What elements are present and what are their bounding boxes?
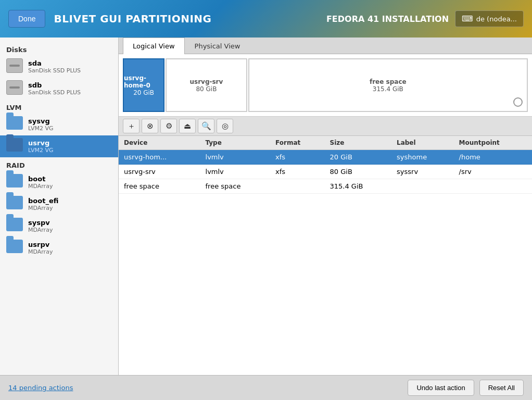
cell-type: lvmlv bbox=[200, 165, 271, 179]
cell-size: 20 GiB bbox=[325, 150, 392, 165]
cell-label bbox=[391, 179, 454, 194]
boot-efi-text: boot_efi MDArray bbox=[28, 197, 58, 211]
folder-icon-boot bbox=[6, 174, 23, 191]
sdb-sub: SanDisk SSD PLUS bbox=[28, 89, 81, 96]
partition-srv-size: 80 GiB bbox=[196, 85, 217, 93]
syspv-sub: MDArray bbox=[28, 227, 53, 233]
sidebar-item-syspv[interactable]: syspv MDArray bbox=[0, 215, 118, 237]
boot-sub: MDArray bbox=[28, 183, 53, 190]
edit-button[interactable]: ⚙ bbox=[160, 119, 177, 133]
sidebar-item-boot-efi[interactable]: boot_efi MDArray bbox=[0, 193, 118, 215]
sidebar-item-usrvg[interactable]: usrvg LVM2 VG bbox=[0, 135, 118, 157]
table-row[interactable]: usrvg-hom... lvmlv xfs 20 GiB syshome /h… bbox=[119, 150, 532, 165]
col-label: Label bbox=[391, 136, 454, 150]
tab-bar: Logical View Physical View bbox=[119, 38, 532, 54]
partition-block-srv[interactable]: usrvg-srv 80 GiB bbox=[166, 58, 247, 112]
lvm-section-label: LVM bbox=[0, 99, 118, 114]
partition-table: Device Type Format Size Label Mountpoint… bbox=[119, 136, 532, 375]
boot-efi-name: boot_efi bbox=[28, 197, 58, 205]
pending-actions-link[interactable]: 14 pending actions bbox=[8, 384, 73, 392]
done-button[interactable]: Done bbox=[8, 10, 45, 28]
sda-name: sda bbox=[28, 59, 81, 67]
header-left: Done BLIVET GUI PARTITIONING bbox=[8, 10, 212, 28]
devices-table: Device Type Format Size Label Mountpoint… bbox=[119, 136, 532, 194]
keyboard-label: de (nodea... bbox=[476, 15, 517, 23]
disk-icon-sda bbox=[6, 58, 23, 75]
header: Done BLIVET GUI PARTITIONING FEDORA 41 I… bbox=[0, 0, 532, 38]
partition-home-name: usrvg-home-0 bbox=[124, 74, 163, 89]
cell-mountpoint: /srv bbox=[454, 165, 532, 179]
bottom-buttons: Undo last action Reset All bbox=[408, 380, 524, 396]
folder-icon-boot-efi bbox=[6, 196, 23, 213]
tab-physical[interactable]: Physical View bbox=[185, 38, 250, 54]
col-size: Size bbox=[325, 136, 392, 150]
col-device: Device bbox=[119, 136, 200, 150]
unmount-button[interactable]: ⏏ bbox=[179, 119, 196, 133]
sidebar-item-usrpv[interactable]: usrpv MDArray bbox=[0, 237, 118, 259]
undo-button[interactable]: Undo last action bbox=[408, 380, 474, 396]
table-row[interactable]: free space free space 315.4 GiB bbox=[119, 179, 532, 194]
cell-device: usrvg-srv bbox=[119, 165, 200, 179]
sysvg-name: sysvg bbox=[28, 117, 53, 125]
partition-visual: usrvg-home-0 20 GiB usrvg-srv 80 GiB fre… bbox=[119, 54, 532, 117]
partition-home-size: 20 GiB bbox=[133, 89, 154, 96]
sdb-text: sdb SanDisk SSD PLUS bbox=[28, 81, 81, 96]
boot-name: boot bbox=[28, 175, 53, 183]
cell-device: usrvg-hom... bbox=[119, 150, 200, 165]
col-type: Type bbox=[200, 136, 271, 150]
boot-efi-sub: MDArray bbox=[28, 205, 58, 211]
installation-title: FEDORA 41 INSTALLATION bbox=[326, 14, 449, 24]
usrvg-text: usrvg LVM2 VG bbox=[28, 139, 53, 154]
col-mountpoint: Mountpoint bbox=[454, 136, 532, 150]
sdb-name: sdb bbox=[28, 81, 81, 89]
cell-format: xfs bbox=[270, 150, 324, 165]
sysvg-text: sysvg LVM2 VG bbox=[28, 117, 53, 132]
partition-block-free[interactable]: free space 315.4 GiB bbox=[248, 58, 528, 112]
partition-srv-name: usrvg-srv bbox=[189, 78, 223, 85]
cell-label: syshome bbox=[391, 150, 454, 165]
table-row[interactable]: usrvg-srv lvmlv xfs 80 GiB syssrv /srv bbox=[119, 165, 532, 179]
search-button[interactable]: 🔍 bbox=[198, 119, 214, 133]
usrpv-name: usrpv bbox=[28, 241, 53, 248]
folder-icon-sysvg bbox=[6, 116, 23, 133]
add-button[interactable]: ＋ bbox=[123, 119, 140, 133]
cell-size: 80 GiB bbox=[325, 165, 392, 179]
sidebar-item-sysvg[interactable]: sysvg LVM2 VG bbox=[0, 114, 118, 135]
cell-mountpoint bbox=[454, 179, 532, 194]
cell-type: lvmlv bbox=[200, 150, 271, 165]
usrpv-sub: MDArray bbox=[28, 248, 53, 255]
header-right: FEDORA 41 INSTALLATION ⌨ de (nodea... bbox=[326, 10, 524, 27]
cell-format bbox=[270, 179, 324, 194]
sidebar-item-sdb[interactable]: sdb SanDisk SSD PLUS bbox=[0, 78, 118, 99]
cell-label: syssrv bbox=[391, 165, 454, 179]
keyboard-icon: ⌨ bbox=[462, 14, 473, 23]
cell-format: xfs bbox=[270, 165, 324, 179]
syspv-text: syspv MDArray bbox=[28, 219, 53, 233]
col-format: Format bbox=[270, 136, 324, 150]
partition-free-name: free space bbox=[370, 78, 407, 85]
free-space-circle-icon bbox=[513, 97, 523, 107]
cell-size: 315.4 GiB bbox=[325, 179, 392, 194]
sidebar-item-sda[interactable]: sda SanDisk SSD PLUS bbox=[0, 56, 118, 78]
partition-block-home[interactable]: usrvg-home-0 20 GiB bbox=[123, 58, 164, 112]
remove-button[interactable]: ⊗ bbox=[142, 119, 158, 133]
info-button[interactable]: ◎ bbox=[217, 119, 233, 133]
folder-icon-syspv bbox=[6, 218, 23, 234]
sidebar-item-boot[interactable]: boot MDArray bbox=[0, 171, 118, 193]
syspv-name: syspv bbox=[28, 219, 53, 227]
boot-text: boot MDArray bbox=[28, 175, 53, 190]
cell-type: free space bbox=[200, 179, 271, 194]
tab-logical[interactable]: Logical View bbox=[123, 38, 185, 54]
partition-free-size: 315.4 GiB bbox=[373, 85, 403, 93]
keyboard-badge[interactable]: ⌨ de (nodea... bbox=[455, 10, 524, 27]
sidebar: Disks sda SanDisk SSD PLUS sdb SanDisk S… bbox=[0, 38, 119, 375]
main-layout: Disks sda SanDisk SSD PLUS sdb SanDisk S… bbox=[0, 38, 532, 375]
disk-icon-sdb bbox=[6, 80, 23, 97]
content-area: Logical View Physical View usrvg-home-0 … bbox=[119, 38, 532, 375]
raid-section-label: RAID bbox=[0, 157, 118, 171]
sda-text: sda SanDisk SSD PLUS bbox=[28, 59, 81, 74]
sysvg-sub: LVM2 VG bbox=[28, 125, 53, 132]
disks-section-label: Disks bbox=[0, 42, 118, 56]
bottom-bar: 14 pending actions Undo last action Rese… bbox=[0, 375, 532, 400]
reset-button[interactable]: Reset All bbox=[479, 380, 524, 396]
